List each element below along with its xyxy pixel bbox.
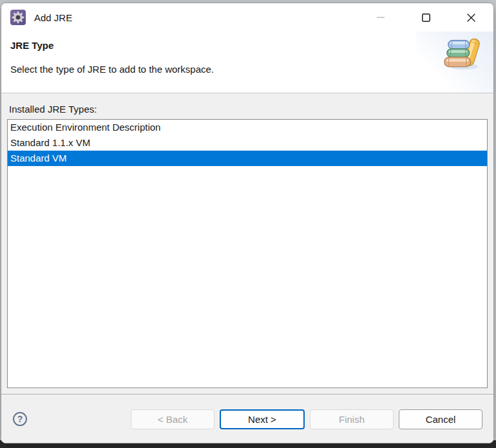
- wizard-content: Installed JRE Types: Execution Environme…: [1, 93, 493, 394]
- finish-button[interactable]: Finish: [310, 409, 394, 429]
- gear-icon: [10, 10, 26, 25]
- library-books-icon: [443, 35, 481, 73]
- wizard-buttons: < BackNext >FinishCancel: [131, 409, 482, 429]
- list-item[interactable]: Execution Environment Description: [8, 120, 487, 135]
- maximize-icon[interactable]: [411, 6, 441, 28]
- back-button[interactable]: < Back: [131, 409, 215, 429]
- close-icon[interactable]: [456, 6, 486, 28]
- help-icon[interactable]: ?: [13, 412, 27, 426]
- next-button[interactable]: Next >: [220, 409, 305, 429]
- window-title: Add JRE: [34, 12, 72, 23]
- wizard-footer: ? < BackNext >FinishCancel: [1, 395, 493, 443]
- add-jre-dialog: Add JRE JRE Type Select the type of JRE …: [1, 3, 494, 443]
- jre-type-list[interactable]: Execution Environment DescriptionStandar…: [7, 119, 488, 388]
- wizard-header: JRE Type Select the type of JRE to add t…: [1, 32, 493, 93]
- cancel-button[interactable]: Cancel: [399, 409, 482, 429]
- window-controls: [366, 3, 493, 32]
- page-title: JRE Type: [10, 40, 53, 51]
- dialog-titlebar: Add JRE: [1, 3, 493, 32]
- minimize-icon[interactable]: [366, 6, 396, 28]
- page-description: Select the type of JRE to add to the wor…: [10, 64, 214, 75]
- installed-jre-types-label: Installed JRE Types:: [9, 104, 488, 115]
- list-item[interactable]: Standard VM: [8, 151, 487, 166]
- list-item[interactable]: Standard 1.1.x VM: [8, 135, 487, 151]
